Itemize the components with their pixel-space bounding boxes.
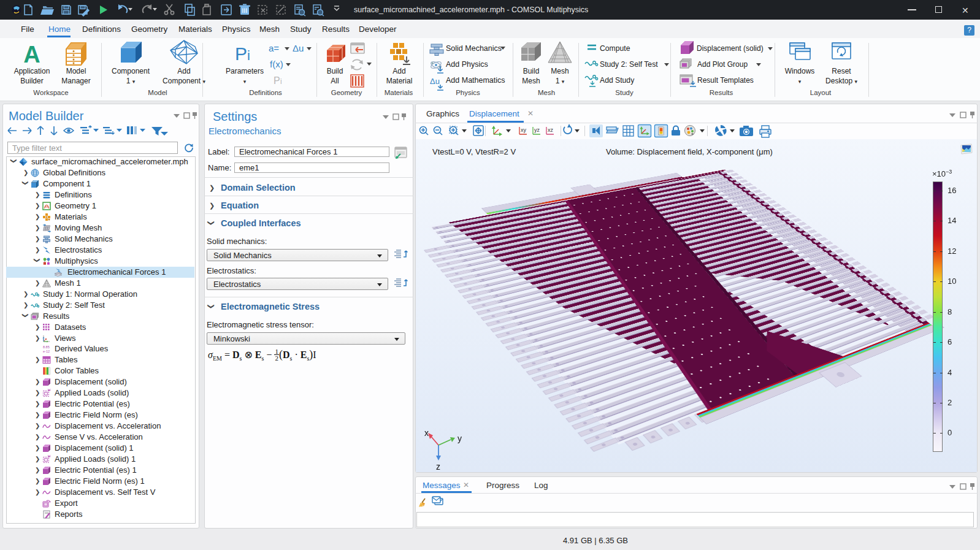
svg-text:Add Plot Group: Add Plot Group — [697, 60, 748, 69]
svg-text:Compute: Compute — [600, 44, 630, 53]
svg-text:Δu: Δu — [293, 43, 304, 53]
svg-text:xz: xz — [548, 127, 554, 133]
svg-text:Add Mathematics: Add Mathematics — [446, 76, 505, 85]
svg-text:xy: xy — [521, 127, 527, 133]
svg-text:Displacement (solid): Displacement (solid) — [697, 44, 764, 53]
svg-text:P: P — [235, 44, 247, 64]
svg-text:yz: yz — [534, 127, 540, 133]
svg-text:i: i — [280, 77, 282, 86]
svg-text:P: P — [274, 75, 280, 86]
svg-text:Solid Mechanics: Solid Mechanics — [446, 44, 502, 53]
svg-text:a=: a= — [269, 43, 279, 53]
svg-text:y: y — [457, 434, 462, 443]
svg-text:Study 2: Self Test: Study 2: Self Test — [600, 60, 658, 69]
svg-text:Δu: Δu — [430, 77, 440, 86]
svg-text:x: x — [424, 428, 429, 438]
svg-text:A: A — [23, 42, 40, 67]
svg-text:Add Physics: Add Physics — [446, 60, 488, 69]
svg-text:Add Study: Add Study — [600, 76, 635, 85]
svg-text:z: z — [436, 462, 440, 472]
svg-text:i: i — [247, 48, 250, 63]
svg-text:Result Templates: Result Templates — [697, 76, 754, 85]
svg-text:f(x): f(x) — [270, 59, 283, 69]
